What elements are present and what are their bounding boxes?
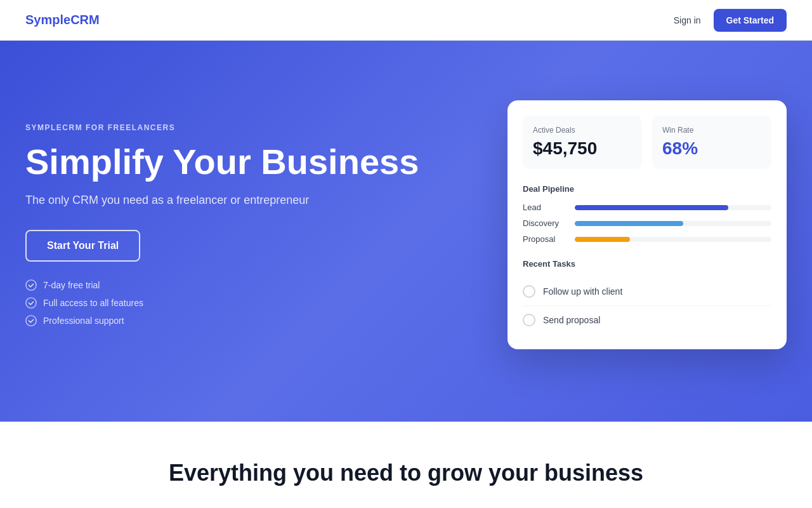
pipeline-row-lead: Lead (523, 203, 771, 212)
bottom-section: Everything you need to grow your busines… (0, 422, 812, 508)
task-item-2[interactable]: Send proposal (523, 306, 771, 334)
pipeline-title: Deal Pipeline (523, 184, 771, 194)
pipeline-label-proposal: Proposal (523, 234, 567, 244)
check-icon-3 (25, 315, 37, 326)
task-text-2: Send proposal (543, 315, 600, 325)
tasks-title: Recent Tasks (523, 259, 771, 269)
check-icon-2 (25, 297, 37, 309)
win-rate-box: Win Rate 68% (652, 116, 771, 169)
pipeline-label-lead: Lead (523, 203, 567, 212)
hero-right: Active Deals $45,750 Win Rate 68% Deal P… (508, 100, 787, 349)
task-checkbox-2[interactable] (523, 314, 535, 326)
hero-section: SYMPLECRM FOR FREELANCERS Simplify Your … (0, 41, 812, 422)
feature-item-1: 7-day free trial (25, 279, 469, 291)
hero-title: Simplify Your Business (25, 142, 469, 182)
task-checkbox-1[interactable] (523, 285, 535, 298)
hero-subtitle: The only CRM you need as a freelancer or… (25, 194, 469, 207)
pipeline-track-discovery (575, 221, 771, 226)
pipeline-row-discovery: Discovery (523, 218, 771, 228)
getstarted-button[interactable]: Get Started (714, 9, 787, 32)
active-deals-value: $45,750 (533, 138, 632, 159)
nav-logo[interactable]: SympleCRM (25, 13, 100, 27)
win-rate-label: Win Rate (662, 126, 761, 135)
pipeline-track-proposal (575, 237, 771, 242)
nav-actions: Sign in Get Started (674, 9, 787, 32)
task-text-1: Follow up with client (543, 286, 622, 297)
hero-inner: SYMPLECRM FOR FREELANCERS Simplify Your … (25, 100, 787, 349)
pipeline-section: Deal Pipeline Lead Discovery (523, 184, 771, 244)
hero-tag: SYMPLECRM FOR FREELANCERS (25, 123, 469, 132)
svg-point-1 (26, 298, 36, 308)
hero-left: SYMPLECRM FOR FREELANCERS Simplify Your … (25, 123, 469, 327)
pipeline-bar-proposal (575, 237, 630, 242)
trial-button[interactable]: Start Your Trial (25, 230, 140, 262)
active-deals-label: Active Deals (533, 126, 632, 135)
pipeline-bar-discovery (575, 221, 683, 226)
task-item-1[interactable]: Follow up with client (523, 277, 771, 306)
check-icon-1 (25, 279, 37, 291)
signin-button[interactable]: Sign in (674, 15, 701, 25)
win-rate-value: 68% (662, 138, 761, 159)
feature-item-3: Professional support (25, 315, 469, 326)
pipeline-row-proposal: Proposal (523, 234, 771, 244)
svg-point-0 (26, 280, 36, 290)
pipeline-bar-lead (575, 205, 728, 210)
pipeline-track-lead (575, 205, 771, 210)
feature-item-2: Full access to all features (25, 297, 469, 309)
active-deals-box: Active Deals $45,750 (523, 116, 642, 169)
features-list: 7-day free trial Full access to all feat… (25, 279, 469, 326)
navbar: SympleCRM Sign in Get Started (0, 0, 812, 41)
tasks-section: Recent Tasks Follow up with client Send … (523, 259, 771, 334)
dashboard-card: Active Deals $45,750 Win Rate 68% Deal P… (508, 100, 787, 349)
bottom-title: Everything you need to grow your busines… (25, 460, 787, 486)
svg-point-2 (26, 316, 36, 326)
pipeline-label-discovery: Discovery (523, 218, 567, 228)
stats-row: Active Deals $45,750 Win Rate 68% (523, 116, 771, 169)
